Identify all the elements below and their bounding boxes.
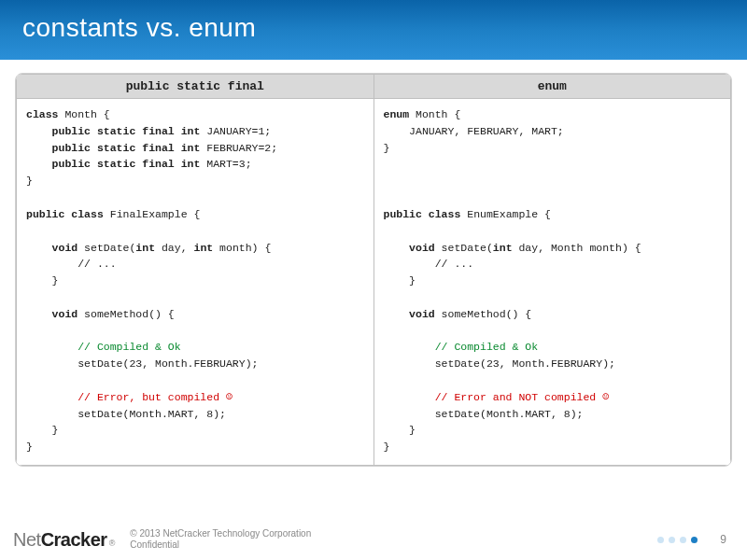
pager-dots xyxy=(657,537,698,543)
copyright-line1: © 2013 NetCracker Technology Corporation xyxy=(130,528,311,539)
cell-left: class Month { public static final int JA… xyxy=(17,99,374,466)
dot-icon xyxy=(669,537,675,543)
logo: Net Cracker ® xyxy=(13,529,115,551)
comparison-table: public static final enum class Month { p… xyxy=(16,74,731,466)
code-left: class Month { public static final int JA… xyxy=(26,106,364,455)
footer: Net Cracker ® © 2013 NetCracker Technolo… xyxy=(0,521,747,560)
dot-icon xyxy=(657,537,664,543)
header-left: public static final xyxy=(17,75,374,99)
logo-registered: ® xyxy=(109,539,116,548)
copyright: © 2013 NetCracker Technology Corporation… xyxy=(130,528,311,551)
dot-icon xyxy=(691,537,698,543)
code-right: enum Month { JANUARY, FEBRUARY, MART; } … xyxy=(384,106,722,455)
slide-title: constants vs. enum xyxy=(0,0,747,60)
logo-part1: Net xyxy=(13,529,41,551)
copyright-line2: Confidential xyxy=(130,539,311,551)
dot-icon xyxy=(680,537,686,543)
slide: constants vs. enum public static final e… xyxy=(0,0,747,560)
header-right: enum xyxy=(374,75,731,99)
logo-part2: Cracker xyxy=(41,529,107,551)
cell-right: enum Month { JANUARY, FEBRUARY, MART; } … xyxy=(374,99,731,466)
page-number: 9 xyxy=(720,533,726,546)
comparison-card: public static final enum class Month { p… xyxy=(15,73,732,467)
